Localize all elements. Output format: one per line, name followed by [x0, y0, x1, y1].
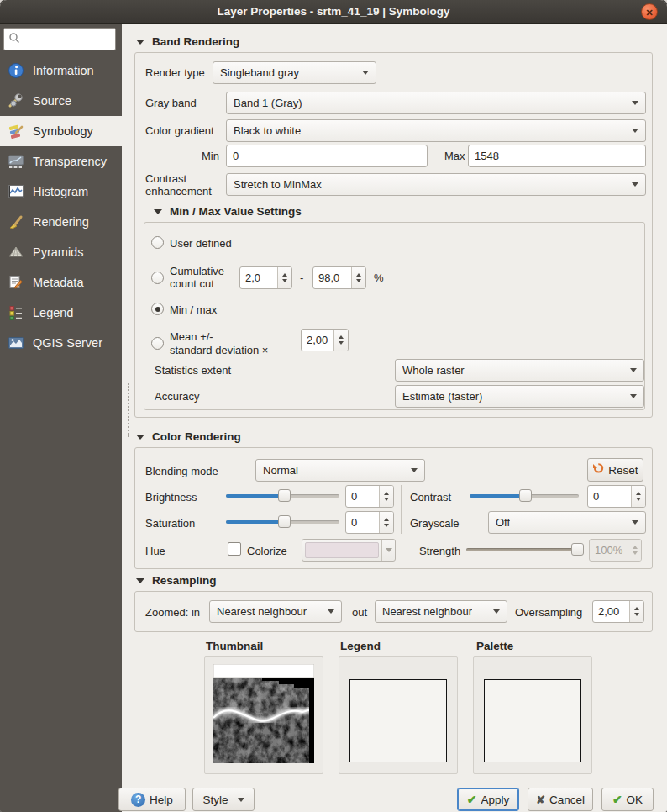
slider-thumb[interactable] — [278, 489, 291, 502]
close-button[interactable] — [641, 3, 658, 20]
max-input[interactable]: 1548 — [468, 145, 646, 167]
sidebar-item-transparency[interactable]: Transparency — [0, 146, 122, 177]
contrast-value: 0 — [588, 486, 631, 507]
brush-icon — [7, 213, 25, 231]
sidebar-item-histogram[interactable]: Histogram — [0, 177, 122, 207]
color-rendering-header[interactable]: Color Rendering — [136, 430, 241, 443]
cumulative-low-spinbox[interactable]: 2,0 — [239, 266, 292, 289]
spinner-arrows[interactable] — [379, 486, 393, 507]
search-icon — [8, 32, 20, 47]
contrast-enhancement-label: Contrast enhancement — [145, 172, 219, 198]
band-rendering-header[interactable]: Band Rendering — [136, 35, 239, 48]
contrast-enhancement-select[interactable]: Stretch to MinMax — [226, 173, 646, 196]
stddev-multiplier-spinbox[interactable]: 2,00 — [301, 329, 349, 351]
sidebar-item-label: QGIS Server — [33, 336, 102, 350]
sidebar-item-legend[interactable]: Legend — [0, 298, 122, 328]
slider-thumb[interactable] — [571, 543, 584, 556]
cumulative-high-value: 98,0 — [313, 267, 351, 288]
stddev-multiplier-value: 2,00 — [302, 330, 334, 351]
spinner-arrows[interactable] — [631, 486, 645, 507]
reset-button[interactable]: Reset — [587, 458, 643, 482]
cancel-icon — [536, 794, 545, 806]
sidebar-item-rendering[interactable]: Rendering — [0, 207, 122, 237]
percent-label: % — [374, 272, 384, 284]
cumulative-count-cut-radio[interactable] — [151, 272, 164, 284]
sidebar-search[interactable] — [3, 28, 116, 50]
sidebar-item-source[interactable]: Source — [0, 86, 122, 116]
colorize-color-button[interactable] — [302, 539, 396, 562]
window-title: Layer Properties - srtm_41_19 | Symbolog… — [218, 5, 450, 18]
section-title: Color Rendering — [152, 430, 241, 443]
slider-thumb[interactable] — [278, 515, 291, 528]
colorize-checkbox[interactable] — [228, 542, 241, 556]
max-value: 1548 — [475, 150, 499, 162]
min-input[interactable]: 0 — [226, 145, 428, 167]
sidebar-item-symbology[interactable]: Symbology — [0, 116, 122, 146]
gray-band-select[interactable]: Band 1 (Gray) — [226, 92, 646, 114]
color-gradient-value: Black to white — [234, 124, 301, 137]
saturation-spinbox[interactable]: 0 — [345, 511, 394, 534]
reset-label: Reset — [608, 464, 638, 477]
search-input[interactable] — [24, 33, 111, 45]
render-type-value: Singleband gray — [220, 66, 299, 79]
spinner-arrows[interactable] — [334, 330, 348, 351]
contrast-slider[interactable] — [470, 489, 579, 502]
spinner-arrows[interactable] — [351, 267, 365, 288]
zoomed-in-label: Zoomed: in — [145, 606, 200, 619]
splitter-handle[interactable] — [128, 383, 129, 437]
sidebar-item-label: Rendering — [33, 215, 89, 229]
style-button[interactable]: Style — [192, 788, 255, 811]
sidebar-item-label: Transparency — [33, 155, 107, 168]
brightness-spinbox[interactable]: 0 — [345, 485, 394, 508]
range-dash: - — [300, 272, 303, 284]
render-type-select[interactable]: Singleband gray — [213, 61, 376, 84]
oversampling-label: Oversampling — [515, 606, 582, 619]
blending-mode-select[interactable]: Normal — [255, 459, 425, 482]
spinner-arrows[interactable] — [629, 601, 643, 622]
section-title: Band Rendering — [152, 35, 239, 48]
titlebar[interactable]: Layer Properties - srtm_41_19 | Symbolog… — [0, 0, 667, 24]
accuracy-select[interactable]: Estimate (faster) — [395, 385, 644, 408]
strength-slider[interactable] — [466, 543, 584, 556]
collapse-arrow-icon — [136, 40, 144, 45]
sidebar-item-qgis-server[interactable]: QGIS Server — [0, 328, 122, 358]
contrast-spinbox[interactable]: 0 — [587, 485, 646, 508]
help-button[interactable]: Help — [118, 788, 186, 811]
server-image-icon — [7, 334, 25, 352]
palette-canvas — [484, 679, 581, 762]
user-defined-radio[interactable] — [151, 236, 164, 249]
grayscale-select[interactable]: Off — [488, 511, 646, 534]
spinner-arrows[interactable] — [277, 267, 291, 288]
apply-button[interactable]: Apply — [457, 788, 519, 811]
oversampling-value: 2,00 — [593, 601, 629, 622]
slider-thumb[interactable] — [519, 489, 532, 502]
saturation-slider[interactable] — [226, 515, 339, 528]
statistics-extent-select[interactable]: Whole raster — [395, 359, 644, 382]
resampling-group: Zoomed: in Nearest neighbour out Nearest… — [134, 591, 653, 632]
cancel-label: Cancel — [549, 794, 585, 806]
mean-stddev-label-2: standard deviation × — [170, 344, 268, 356]
chevron-down-icon — [493, 609, 500, 614]
min-max-radio[interactable] — [151, 303, 164, 315]
brightness-slider[interactable] — [226, 489, 339, 502]
oversampling-spinbox[interactable]: 2,00 — [592, 600, 644, 623]
zoomed-out-select[interactable]: Nearest neighbour — [375, 600, 507, 623]
grayscale-value: Off — [496, 516, 510, 529]
zoomed-in-select[interactable]: Nearest neighbour — [209, 600, 342, 623]
color-swatch — [305, 542, 379, 558]
minmax-settings-header[interactable]: Min / Max Value Settings — [154, 205, 302, 218]
cancel-button[interactable]: Cancel — [528, 788, 593, 811]
sidebar-item-information[interactable]: Information — [0, 55, 122, 86]
cumulative-high-spinbox[interactable]: 98,0 — [312, 266, 366, 289]
thumbnail-preview — [204, 656, 323, 774]
collapse-arrow-icon — [154, 209, 162, 214]
mean-stddev-radio[interactable] — [151, 337, 164, 350]
ok-button[interactable]: OK — [601, 788, 654, 811]
layer-properties-dialog: Layer Properties - srtm_41_19 | Symbolog… — [0, 0, 667, 812]
slider-fill — [470, 494, 523, 498]
resampling-header[interactable]: Resampling — [136, 574, 217, 587]
spinner-arrows[interactable] — [379, 512, 393, 533]
sidebar-item-pyramids[interactable]: Pyramids — [0, 237, 122, 267]
sidebar-item-metadata[interactable]: Metadata — [0, 267, 122, 298]
color-gradient-select[interactable]: Black to white — [226, 119, 646, 142]
